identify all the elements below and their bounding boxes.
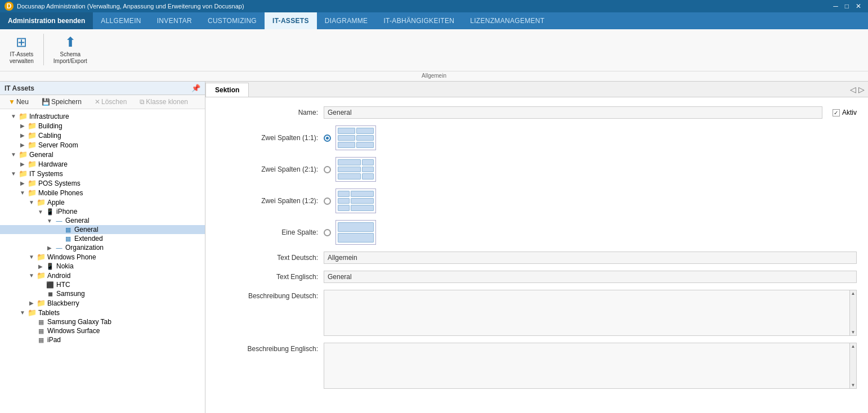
tab-lizenzmanagement[interactable]: LIZENZMANAGEMENT (462, 12, 552, 29)
tab-prev-button[interactable]: ◁ (849, 85, 857, 94)
admin-beenden-button[interactable]: Administration beenden (0, 12, 93, 29)
tree-container[interactable]: ▼ 📁 Infrastructure ▶ 📁 Building ▶ 📁 Cabl… (0, 109, 205, 413)
left-panel: IT Assets 📌 ▼ Neu 💾 Speichern ✕ Löschen … (0, 82, 205, 413)
list-item[interactable]: ▦ Extended (0, 234, 205, 243)
list-item[interactable]: ▶ 📁 POS Systems (0, 178, 205, 188)
layout-cell (338, 167, 361, 173)
list-item[interactable]: ▼ 📱 iPhone (0, 207, 205, 216)
speichern-button[interactable]: 💾 Speichern (38, 96, 86, 107)
folder-icon: 📁 (18, 112, 28, 120)
list-item[interactable]: ▶ 📁 Building (0, 121, 205, 131)
list-item[interactable]: ▼ 📁 IT Systems (0, 169, 205, 178)
schema-icon: ⬆ (65, 34, 76, 50)
scrollbar-deutsch[interactable]: ▲ ▼ (849, 290, 856, 335)
list-item[interactable]: ▶ 📱 Nokia (0, 262, 205, 271)
tree-node-label: Windows Surface (46, 327, 205, 335)
speichern-label: Speichern (51, 98, 82, 106)
tab-next-button[interactable]: ▷ (857, 85, 866, 94)
expander-icon: ▼ (27, 254, 36, 260)
tab-inventar[interactable]: INVENTAR (149, 12, 200, 29)
list-item[interactable]: ◼ Samsung (0, 289, 205, 298)
tree-node-label: Infrastructure (28, 113, 205, 120)
list-item[interactable]: ▼ 📁 General (0, 150, 205, 159)
zwei-spalten-1-1-radio[interactable] (324, 125, 376, 150)
text-englisch-input[interactable] (324, 271, 857, 283)
beschreibung-englisch-row: Beschreibung Englisch: ▲ ▼ (217, 343, 857, 389)
radio-2-1[interactable] (324, 166, 331, 173)
scroll-down-icon[interactable]: ▼ (851, 382, 856, 388)
zwei-spalten-2-1-row: Zwei Spalten (2:1): (217, 157, 857, 182)
close-button[interactable]: ✕ (853, 2, 863, 10)
tab-customizing[interactable]: CUSTOMIZING (200, 12, 265, 29)
list-item[interactable]: ▶ — Organization (0, 243, 205, 252)
zwei-spalten-2-1-radio[interactable] (324, 157, 376, 182)
text-englisch-label: Text Englisch: (217, 273, 318, 281)
list-item[interactable]: ▼ 📁 Infrastructure (0, 111, 205, 121)
tab-it-abhaengigkeiten[interactable]: IT-ABHÄNGIGKEITEN (375, 12, 462, 29)
scroll-up-icon[interactable]: ▲ (851, 343, 856, 349)
layout-cell (338, 159, 361, 165)
list-item[interactable]: ▶ 📁 Hardware (0, 159, 205, 169)
radio-1-2[interactable] (324, 197, 331, 205)
layout-cell (338, 233, 374, 243)
aktiv-check[interactable] (833, 109, 840, 116)
text-deutsch-input[interactable] (324, 252, 857, 264)
tab-allgemein[interactable]: ALLGEMEIN (93, 12, 149, 29)
tree-node-label: Apple (46, 199, 205, 206)
radio-1-1[interactable] (324, 134, 331, 142)
scroll-up-icon[interactable]: ▲ (851, 290, 856, 297)
tab-diagramme[interactable]: DIAGRAMME (317, 12, 376, 29)
scroll-down-icon[interactable]: ▼ (851, 329, 856, 335)
folder-icon: 📁 (36, 253, 46, 261)
expander-icon: ▼ (18, 190, 27, 196)
radio-eine-spalte[interactable] (324, 229, 331, 236)
scrollbar-englisch[interactable]: ▲ ▼ (849, 343, 856, 388)
list-item[interactable]: ▼ 📁 Tablets (0, 308, 205, 317)
text-deutsch-row: Text Deutsch: (217, 252, 857, 264)
list-item[interactable]: ▼ 📁 Windows Phone (0, 252, 205, 262)
tab-it-assets[interactable]: IT-ASSETS (265, 12, 317, 29)
ribbon: ⊞ IT-Assetsverwalten ⬆ SchemaImport/Expo… (0, 29, 868, 82)
klasse-klonen-button[interactable]: ⧉ Klasse klonen (136, 96, 192, 107)
schema-import-export-button[interactable]: ⬆ SchemaImport/Export (48, 32, 92, 68)
tab-sektion[interactable]: Sektion (205, 83, 249, 97)
tree-node-label: POS Systems (37, 179, 205, 187)
eine-spalte-label: Eine Spalte: (217, 228, 318, 236)
list-item[interactable]: ⬛ HTC (0, 280, 205, 289)
device-icon: ⬛ (45, 281, 55, 289)
zwei-spalten-1-2-radio[interactable] (324, 188, 376, 213)
it-assets-verwalten-button[interactable]: ⊞ IT-Assetsverwalten (5, 32, 39, 68)
list-item[interactable]: ▼ 📁 Android (0, 271, 205, 280)
expander-icon: ▶ (18, 142, 27, 148)
neu-label: Neu (16, 98, 29, 106)
list-item[interactable]: ▦ Windows Surface (0, 326, 205, 335)
list-item[interactable]: ▦ Samsung Galaxy Tab (0, 317, 205, 326)
list-item[interactable]: ▶ 📁 Cabling (0, 131, 205, 140)
neu-button[interactable]: ▼ Neu (5, 96, 33, 107)
text-englisch-row: Text Englisch: (217, 271, 857, 283)
ribbon-group-label: Allgemein (0, 71, 868, 81)
tree-node-label: iPhone (55, 208, 205, 216)
klasse-klonen-icon: ⧉ (140, 98, 145, 106)
list-item[interactable]: ▶ 📁 Server Room (0, 140, 205, 150)
zwei-spalten-2-1-label: Zwei Spalten (2:1): (217, 165, 318, 173)
layout-cell (362, 167, 374, 173)
minimize-button[interactable]: ─ (831, 2, 840, 10)
beschreibung-englisch-textarea[interactable] (324, 343, 849, 388)
device-icon: ▦ (36, 327, 46, 335)
layout-icon-1-1 (335, 125, 376, 150)
aktiv-checkbox[interactable]: Aktiv (833, 109, 857, 116)
pin-icon[interactable]: 📌 (191, 84, 200, 92)
list-item[interactable]: ▼ 📁 Apple (0, 197, 205, 207)
eine-spalte-radio[interactable] (324, 220, 376, 245)
maximize-button[interactable]: □ (843, 2, 851, 10)
zwei-spalten-1-2-label: Zwei Spalten (1:2): (217, 197, 318, 205)
list-item[interactable]: ▶ 📁 Blackberry (0, 298, 205, 308)
name-input[interactable] (324, 106, 822, 119)
list-item[interactable]: ▼ 📁 Mobile Phones (0, 188, 205, 197)
list-item[interactable]: ▦ iPad (0, 335, 205, 344)
loeschen-button[interactable]: ✕ Löschen (91, 96, 131, 107)
list-item[interactable]: ▼ — General (0, 216, 205, 225)
list-item[interactable]: ▦ General (0, 225, 205, 234)
beschreibung-deutsch-textarea[interactable] (324, 290, 849, 335)
